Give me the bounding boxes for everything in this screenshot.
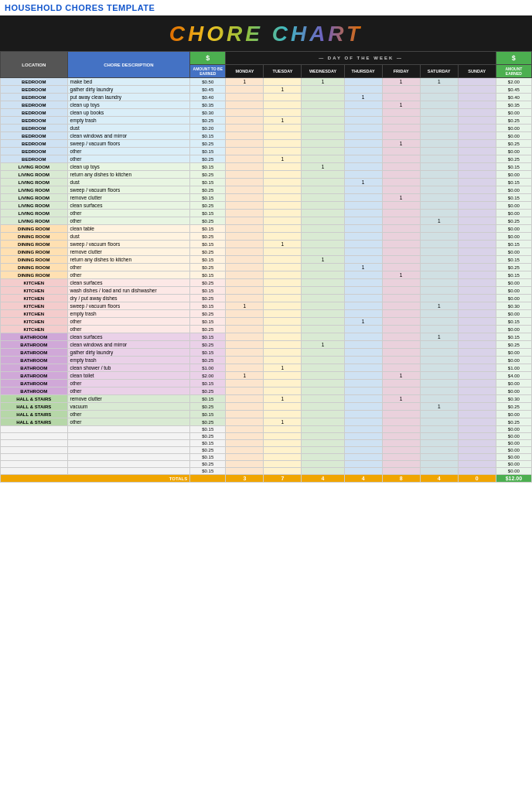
table-row: $0.25 $0.00 [1,433,532,440]
totals-sun: 0 [458,475,496,483]
day-cell-sat [420,433,458,440]
day-cell-sat [420,411,458,418]
location-cell [1,468,68,475]
day-cell-tue [264,411,302,418]
location-cell [1,454,68,461]
amount-cell: $0.15 [190,440,226,447]
day-cell-wed [302,411,344,418]
day-cell-fri [382,403,420,411]
day-cell-sat [420,454,458,461]
day-cell-sat [420,468,458,475]
day-cell-tue [264,426,302,433]
day-cell-mon [226,179,264,186]
day-cell-thu [344,326,382,333]
location-cell: BATHROOM [1,364,68,372]
day-cell-sun [458,433,496,440]
day-cell-wed [302,217,344,225]
table-row: DINING ROOM sweep / vacuum floors $0.15 … [1,241,532,248]
day-cell-sat [420,380,458,387]
table-row: LIVING ROOM return any dishes to kitchen… [1,171,532,179]
day-cell-sat: 1 [420,403,458,411]
table-row: BATHROOM clean surfaces $0.15 1 $0.15 [1,333,532,341]
day-cell-wed: 1 [302,78,344,86]
day-cell-fri [382,210,420,217]
totals-mon: 3 [226,475,264,483]
day-cell-sat [420,447,458,454]
table-row: $0.15 $0.00 [1,468,532,475]
day-cell-tue [264,447,302,454]
day-cell-wed: 1 [302,256,344,264]
earned-cell: $0.00 [496,202,531,210]
day-cell-sat [420,109,458,117]
chore-cell: return any dishes to kitchen [67,171,190,179]
earned-cell: $0.00 [496,295,531,302]
day-cell-mon [226,148,264,155]
day-cell-sat [420,194,458,202]
day-cell-tue [264,125,302,132]
day-cell-fri [382,411,420,418]
table-row: KITCHEN other $0.25 $0.00 [1,326,532,333]
amount-cell: $0.15 [190,349,226,357]
day-cell-fri [382,387,420,395]
earned-cell: $1.00 [496,364,531,372]
table-row: BATHROOM other $0.15 $0.00 [1,380,532,387]
location-cell: KITCHEN [1,318,68,326]
earned-cell: $0.15 [496,194,531,202]
amount-cell: $0.25 [190,357,226,364]
monday-header: MONDAY [226,65,264,78]
day-cell-sat [420,248,458,256]
day-cell-mon [226,86,264,94]
day-cell-mon [226,357,264,364]
day-cell-sun [458,295,496,302]
day-cell-mon: 1 [226,372,264,380]
day-cell-mon [226,403,264,411]
earned-cell: $0.00 [496,433,531,440]
day-cell-sun [458,418,496,426]
day-cell-thu [344,194,382,202]
day-cell-mon [226,426,264,433]
chore-cell: other [67,326,190,333]
day-cell-sat [420,279,458,287]
earned-cell: $0.00 [496,210,531,217]
day-cell-mon [226,256,264,264]
day-cell-sun [458,117,496,125]
day-cell-wed [302,225,344,233]
amount-cell: $0.45 [190,86,226,94]
amount-cell: $0.15 [190,318,226,326]
day-cell-tue [264,302,302,310]
day-cell-wed [302,233,344,241]
day-cell-fri [382,333,420,341]
location-cell: BATHROOM [1,372,68,380]
location-cell: LIVING ROOM [1,194,68,202]
day-cell-sat [420,418,458,426]
day-cell-mon [226,171,264,179]
earned-cell: $0.25 [496,217,531,225]
chore-cell: other [67,380,190,387]
amount-cell: $0.15 [190,426,226,433]
day-cell-tue [264,440,302,447]
day-cell-sun [458,101,496,109]
amount-cell: $0.15 [190,179,226,186]
day-cell-tue [264,357,302,364]
table-row: KITCHEN sweep / vacuum floors $0.15 11 $… [1,302,532,310]
chore-cell [67,426,190,433]
day-cell-fri [382,341,420,349]
earned-cell: $0.30 [496,302,531,310]
earned-cell: $0.25 [496,117,531,125]
day-cell-sat [420,364,458,372]
day-cell-fri [382,155,420,163]
day-cell-sun [458,163,496,171]
chore-cell: remove clutter [67,194,190,202]
day-cell-tue: 1 [264,364,302,372]
day-cell-thu [344,202,382,210]
day-cell-sat [420,271,458,279]
location-cell: KITCHEN [1,279,68,287]
day-cell-sun [458,349,496,357]
day-cell-sun [458,364,496,372]
chore-cell: clean surfaces [67,202,190,210]
day-cell-wed [302,364,344,372]
table-row: LIVING ROOM clean surfaces $0.25 $0.00 [1,202,532,210]
day-cell-sun [458,217,496,225]
chore-cell [67,461,190,468]
day-cell-sat [420,372,458,380]
